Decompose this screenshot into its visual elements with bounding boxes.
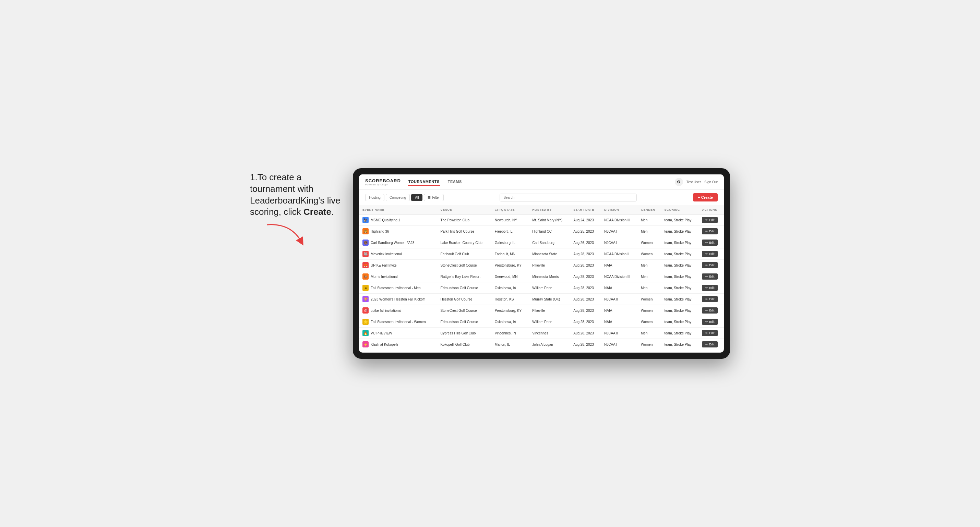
event-name: Fall Statesmen Invitational - Men [371, 286, 421, 290]
hosted-by-cell: Vincennes [529, 328, 570, 339]
city-state-cell: Deerwood, MN [492, 271, 529, 283]
gender-cell: Women [638, 237, 661, 248]
event-name-cell: 🔥 VU PREVIEW [359, 328, 437, 339]
event-name: UPIKE Fall Invite [371, 264, 397, 267]
table-row: 🦅 MSMC Qualifying 1 The Powelton Club Ne… [359, 214, 724, 226]
division-cell: NAIA [601, 283, 638, 294]
start-date-cell: Aug 28, 2023 [570, 305, 601, 316]
hosted-by-cell: Murray State (OK) [529, 294, 570, 305]
table-row: ⚡ Klash at Kokopelli Kokopelli Golf Club… [359, 339, 724, 350]
venue-cell: Park Hills Golf Course [437, 226, 492, 237]
gender-cell: Women [638, 339, 661, 350]
scoring-cell: team, Stroke Play [661, 305, 698, 316]
venue-cell: The Powelton Club [437, 214, 492, 226]
event-name-cell: ⚔ Fall Statesmen Invitational - Men [359, 283, 437, 294]
start-date-cell: Aug 28, 2023 [570, 271, 601, 283]
event-name: Highland 36 [371, 230, 389, 233]
event-icon: 🦊 [363, 262, 369, 268]
actions-cell: ✏ Edit [698, 283, 724, 294]
tab-teams[interactable]: TEAMS [447, 178, 463, 186]
edit-button[interactable]: ✏ Edit [702, 330, 718, 336]
scoring-cell: team, Stroke Play [661, 271, 698, 283]
city-state-cell: Faribault, MN [492, 248, 529, 260]
gender-cell: Women [638, 294, 661, 305]
table-container: EVENT NAME VENUE CITY, STATE HOSTED BY S… [359, 205, 724, 350]
search-bar [500, 194, 637, 202]
start-date-cell: Aug 26, 2023 [570, 237, 601, 248]
table-row: 🐺 Maverick Invitational Faribault Golf C… [359, 248, 724, 260]
user-info: Test User [686, 180, 701, 184]
hosted-by-cell: William Penn [529, 316, 570, 328]
event-name: Klash at Kokopelli [371, 343, 398, 346]
edit-button[interactable]: ✏ Edit [702, 285, 718, 291]
event-name: Morris Invitational [371, 275, 398, 279]
gender-cell: Men [638, 283, 661, 294]
event-name: 2023 Women's Hesston Fall Kickoff [371, 297, 425, 301]
hosting-filter-button[interactable]: Hosting [365, 194, 384, 201]
edit-button[interactable]: ✏ Edit [702, 307, 718, 314]
edit-button[interactable]: ✏ Edit [702, 319, 718, 325]
event-name: Fall Statesmen Invitational - Women [371, 320, 426, 324]
all-filter-button[interactable]: All [411, 194, 422, 201]
table-body: 🦅 MSMC Qualifying 1 The Powelton Club Ne… [359, 214, 724, 350]
city-state-cell: Vincennes, IN [492, 328, 529, 339]
event-icon: 🦁 [363, 228, 369, 234]
division-cell: NJCAA I [601, 339, 638, 350]
start-date-cell: Aug 28, 2023 [570, 316, 601, 328]
hosted-by-cell: John A Logan [529, 339, 570, 350]
city-state-cell: Galesburg, IL [492, 237, 529, 248]
filter-options-button[interactable]: ☰ Filter [424, 194, 443, 201]
actions-cell: ✏ Edit [698, 237, 724, 248]
venue-cell: Hesston Golf Course [437, 294, 492, 305]
edit-button[interactable]: ✏ Edit [702, 228, 718, 234]
sign-out-button[interactable]: Sign Out [704, 180, 718, 184]
search-input[interactable] [500, 194, 637, 202]
logo-text: SCOREBOARD [365, 178, 401, 183]
table-row: 🏇 Morris Invitational Ruttger's Bay Lake… [359, 271, 724, 283]
settings-button[interactable]: ⚙ [675, 178, 683, 186]
event-icon: 🔥 [363, 330, 369, 336]
event-icon: ⚔ [363, 285, 369, 291]
toolbar: Hosting Competing All ☰ Filter + Create [359, 190, 724, 205]
city-state-cell: Oskaloosa, IA [492, 316, 529, 328]
edit-button[interactable]: ✏ Edit [702, 217, 718, 223]
edit-button[interactable]: ✏ Edit [702, 262, 718, 268]
division-cell: NAIA [601, 305, 638, 316]
edit-button[interactable]: ✏ Edit [702, 240, 718, 246]
edit-button[interactable]: ✏ Edit [702, 341, 718, 348]
event-name-cell: 🎯 upike fall invitational [359, 305, 437, 316]
nav-tabs: TOURNAMENTS TEAMS [408, 178, 463, 186]
venue-cell: Lake Bracken Country Club [437, 237, 492, 248]
tablet-device: SCOREBOARD Powered by Clippit TOURNAMENT… [353, 168, 730, 359]
start-date-cell: Aug 28, 2023 [570, 283, 601, 294]
venue-cell: Cypress Hills Golf Club [437, 328, 492, 339]
city-state-cell: Oskaloosa, IA [492, 283, 529, 294]
event-icon: 🌟 [363, 319, 369, 325]
event-name-cell: 🏇 Morris Invitational [359, 271, 437, 283]
start-date-cell: Aug 24, 2023 [570, 214, 601, 226]
event-name-cell: 🏆 2023 Women's Hesston Fall Kickoff [359, 294, 437, 305]
competing-filter-button[interactable]: Competing [386, 194, 410, 201]
create-button[interactable]: + Create [693, 193, 718, 202]
event-name: MSMC Qualifying 1 [371, 218, 400, 222]
start-date-cell: Aug 28, 2023 [570, 260, 601, 271]
tab-tournaments[interactable]: TOURNAMENTS [408, 178, 440, 186]
start-date-cell: Aug 28, 2023 [570, 248, 601, 260]
edit-button[interactable]: ✏ Edit [702, 273, 718, 279]
filter-group: Hosting Competing All ☰ Filter [365, 194, 444, 201]
venue-cell: Ruttger's Bay Lake Resort [437, 271, 492, 283]
scoring-cell: team, Stroke Play [661, 339, 698, 350]
actions-cell: ✏ Edit [698, 214, 724, 226]
event-name: VU PREVIEW [371, 331, 392, 335]
actions-cell: ✏ Edit [698, 305, 724, 316]
page-wrapper: 1.To create a tournament with Leaderboar… [250, 168, 730, 359]
scoring-cell: team, Stroke Play [661, 294, 698, 305]
edit-button[interactable]: ✏ Edit [702, 296, 718, 302]
venue-cell: Edmundson Golf Course [437, 316, 492, 328]
logo-area: SCOREBOARD Powered by Clippit [365, 178, 401, 186]
hosted-by-cell: Pikeville [529, 305, 570, 316]
hosted-by-cell: Pikeville [529, 260, 570, 271]
edit-button[interactable]: ✏ Edit [702, 251, 718, 257]
table-header: EVENT NAME VENUE CITY, STATE HOSTED BY S… [359, 205, 724, 214]
col-scoring: SCORING [661, 205, 698, 214]
